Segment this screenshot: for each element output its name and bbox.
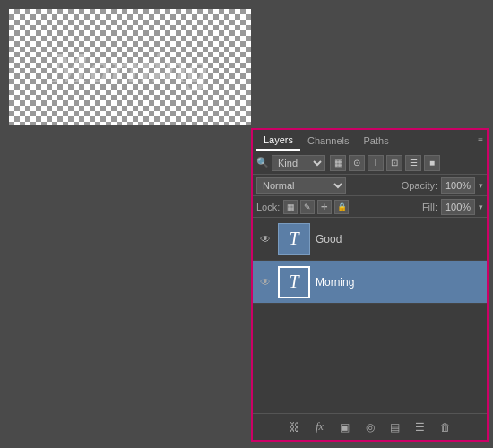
lock-all-btn[interactable]: 🔒 xyxy=(334,200,349,214)
filter-icons-group: ▦ ⊙ T ⊡ ☰ ■ xyxy=(330,155,440,171)
lock-icons: ▦ ✎ ✛ 🔒 xyxy=(283,200,349,214)
canvas-text: Morning xyxy=(51,43,209,92)
adjustment-btn[interactable]: ◎ xyxy=(361,418,379,436)
group-btn[interactable]: ▤ xyxy=(386,418,404,436)
filter-row: 🔍 Kind ▦ ⊙ T ⊡ ☰ ■ xyxy=(253,151,487,175)
fill-arrow[interactable]: ▾ xyxy=(479,202,483,211)
filter-smart-btn[interactable]: ☰ xyxy=(405,155,421,171)
layer-item-good[interactable]: 👁 T Good xyxy=(253,218,487,261)
layer-thumbnail-good: T xyxy=(278,223,310,255)
filter-adjust-btn[interactable]: ⊙ xyxy=(349,155,365,171)
tab-channels[interactable]: Channels xyxy=(300,130,356,151)
new-layer-btn[interactable]: ☰ xyxy=(411,418,429,436)
layer-thumbnail-morning: T xyxy=(278,266,310,298)
layer-name-good: Good xyxy=(316,233,481,246)
fx-btn[interactable]: fx xyxy=(311,418,329,436)
layer-name-morning: Morning xyxy=(316,276,481,289)
tab-layers[interactable]: Layers xyxy=(256,130,300,151)
lock-row: Lock: ▦ ✎ ✛ 🔒 Fill: ▾ xyxy=(253,196,487,218)
search-icon: 🔍 xyxy=(256,157,269,168)
filter-text-btn[interactable]: T xyxy=(368,155,384,171)
layers-list: 👁 T Good 👁 T Morning xyxy=(253,218,487,413)
filter-pixel-btn[interactable]: ▦ xyxy=(330,155,346,171)
filter-shape-btn[interactable]: ⊡ xyxy=(386,155,402,171)
fill-input[interactable] xyxy=(441,199,475,215)
canvas-area: Morning xyxy=(9,9,251,125)
blend-mode-dropdown[interactable]: Normal Multiply Screen Overlay xyxy=(256,177,346,194)
tab-paths[interactable]: Paths xyxy=(357,130,396,151)
lock-label: Lock: xyxy=(256,202,280,212)
panel-menu-icon[interactable]: ≡ xyxy=(478,135,483,145)
layers-panel: Layers Channels Paths ≡ 🔍 Kind ▦ ⊙ T ⊡ ☰… xyxy=(251,128,489,442)
layer-visibility-morning[interactable]: 👁 xyxy=(258,275,272,289)
lock-draw-btn[interactable]: ✎ xyxy=(300,200,315,214)
lock-pixel-btn[interactable]: ▦ xyxy=(283,200,298,214)
delete-layer-btn[interactable]: 🗑 xyxy=(437,418,454,436)
lock-move-btn[interactable]: ✛ xyxy=(317,200,332,214)
panel-tabs: Layers Channels Paths ≡ xyxy=(253,130,487,151)
filter-color-btn[interactable]: ■ xyxy=(424,155,440,171)
fill-label: Fill: xyxy=(422,202,437,212)
opacity-arrow[interactable]: ▾ xyxy=(479,181,483,190)
layer-item-morning[interactable]: 👁 T Morning xyxy=(253,261,487,304)
opacity-input[interactable] xyxy=(441,177,475,194)
kind-dropdown[interactable]: Kind xyxy=(272,155,325,171)
link-layers-btn[interactable]: ⛓ xyxy=(286,418,304,436)
layer-visibility-good[interactable]: 👁 xyxy=(258,232,272,246)
blend-row: Normal Multiply Screen Overlay Opacity: … xyxy=(253,175,487,196)
opacity-label: Opacity: xyxy=(402,180,437,191)
panel-toolbar: ⛓ fx ▣ ◎ ▤ ☰ 🗑 xyxy=(253,413,487,440)
add-mask-btn[interactable]: ▣ xyxy=(336,418,354,436)
